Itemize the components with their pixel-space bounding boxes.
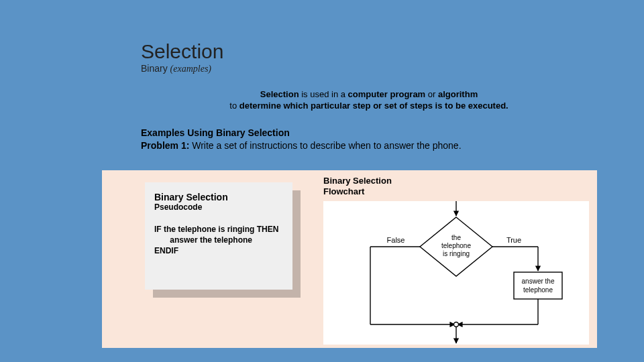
examples-heading: Examples Using Binary Selection <box>141 127 597 139</box>
def-bold-2: computer program <box>348 89 426 99</box>
decision-text-1: the <box>451 234 461 241</box>
def-bold-3: algorithm <box>438 89 478 99</box>
slide-subtitle: Binary (examples) <box>141 63 597 74</box>
examples-heading-block: Examples Using Binary Selection Problem … <box>141 127 597 152</box>
def-line2-pre: to <box>229 101 239 111</box>
slide-title: Selection <box>141 40 597 63</box>
flowchart-canvas: the telephone is ringing False True answ… <box>323 201 589 345</box>
pseudo-title: Binary Selection <box>154 192 283 202</box>
merge-node-icon <box>454 322 459 327</box>
pseudo-subtitle: Pseudocode <box>154 202 283 212</box>
flowchart-label-2: Flowchart <box>323 186 392 197</box>
false-label: False <box>387 236 405 244</box>
def-bold-1: Selection <box>260 89 299 99</box>
definition-block: Selection is used in a computer program … <box>141 89 597 112</box>
subtitle-italic: (examples) <box>170 64 211 74</box>
flowchart-label: Binary Selection Flowchart <box>323 176 392 196</box>
flowchart-panel: Binary Selection Flowchart the telephone… <box>314 170 589 348</box>
def-text-2: or <box>425 89 438 99</box>
problem-text: Write a set of instructions to describe … <box>189 140 461 151</box>
action-box-icon <box>514 272 562 299</box>
content-panel: Binary Selection Pseudocode IF the telep… <box>102 170 597 348</box>
subtitle-main: Binary <box>141 63 168 74</box>
action-text-1: answer the <box>522 278 555 285</box>
def-text-1: is used in a <box>299 89 348 99</box>
decision-text-3: is ringing <box>443 250 470 257</box>
decision-text-2: telephone <box>441 242 471 249</box>
flowchart-label-1: Binary Selection <box>323 176 392 186</box>
true-label: True <box>506 236 521 244</box>
flowchart-svg: the telephone is ringing False True answ… <box>323 201 589 345</box>
pseudocode-card: Binary Selection Pseudocode IF the telep… <box>145 182 292 290</box>
pseudo-code: IF the telephone is ringing THEN answer … <box>154 224 283 257</box>
problem-label: Problem 1: <box>141 140 189 151</box>
action-text-2: telephone <box>523 286 553 294</box>
def-line2-bold: determine which particular step or set o… <box>239 101 508 111</box>
